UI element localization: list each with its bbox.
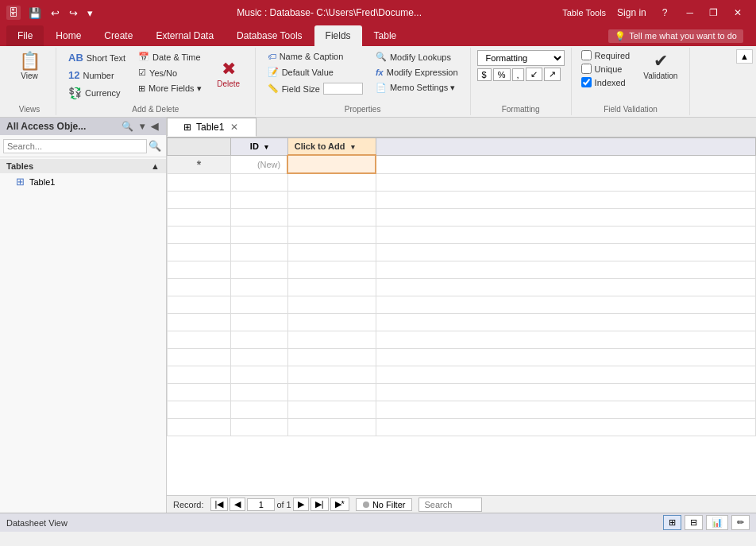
increase-decimal-button[interactable]: ↗ <box>544 68 561 81</box>
table1-tab-close[interactable]: ✕ <box>229 122 240 133</box>
datasheet-view-button[interactable]: ⊞ <box>663 515 681 530</box>
unique-checkbox[interactable] <box>581 64 592 74</box>
decrease-decimal-button[interactable]: ↙ <box>526 68 542 81</box>
datasheet-view-label: Datasheet View <box>6 518 68 528</box>
tab-create[interactable]: Create <box>93 25 144 46</box>
e35 <box>287 313 376 331</box>
design-view-button[interactable]: ✏ <box>731 515 750 530</box>
ribbon-group-field-validation: Required Unique Indexed ✔ Validation Fie… <box>572 48 691 115</box>
e13 <box>168 226 231 243</box>
save-button[interactable]: 💾 <box>25 6 44 21</box>
first-record-button[interactable]: |◀ <box>210 498 229 511</box>
tables-section-header[interactable]: Tables ▲ <box>0 159 166 173</box>
e17 <box>168 243 231 261</box>
sidebar-header: All Access Obje... 🔍 ▾ ◀ <box>0 118 166 135</box>
prev-record-button[interactable]: ◀ <box>230 498 245 511</box>
calendar-icon: 📅 <box>138 52 149 62</box>
datetime-col: 📅 Date & Time ☑ Yes/No ⊞ More Fields ▾ <box>133 49 207 96</box>
e9 <box>168 208 231 226</box>
sidebar-pin-icon[interactable]: ◀ <box>149 121 160 132</box>
pivot-table-button[interactable]: ⊟ <box>685 515 703 530</box>
formatting-dropdown[interactable]: Formatting <box>477 50 565 66</box>
empty-row-2 <box>168 191 756 208</box>
modify-expression-button[interactable]: fx Modify Expression <box>370 65 464 79</box>
sidebar-menu-icon[interactable]: ▾ <box>138 121 146 132</box>
views-content: 📋 View <box>10 49 49 103</box>
close-button[interactable]: ✕ <box>726 0 750 25</box>
main-tabs: File Home Create External Data Database … <box>6 25 602 46</box>
required-checkbox-label[interactable]: Required <box>578 49 634 61</box>
more-fields-button[interactable]: ⊞ More Fields ▾ <box>133 81 207 96</box>
sidebar-item-table1[interactable]: ⊞ Table1 <box>0 173 166 190</box>
undo-button[interactable]: ↩ <box>48 6 63 21</box>
new-value-cell[interactable] <box>287 155 376 173</box>
number-icon: 12 <box>68 69 79 81</box>
tab-table[interactable]: Table <box>363 25 408 46</box>
minimize-button[interactable]: ─ <box>678 0 701 25</box>
tab-file[interactable]: File <box>6 25 44 46</box>
id-column-header[interactable]: ID ▾ <box>231 138 288 156</box>
help-button[interactable]: ? <box>658 6 673 20</box>
window-title: Music : Database- C:\Users\Fred\Docume..… <box>99 7 559 18</box>
number-button[interactable]: 12 Number <box>63 67 131 83</box>
app-icon: 🗄 <box>6 6 21 20</box>
field-size-row: 📏 Field Size <box>262 80 368 97</box>
sidebar-search-input[interactable] <box>3 139 147 153</box>
e55 <box>287 401 376 418</box>
field-size-input[interactable] <box>323 83 363 95</box>
sidebar-header-icons: 🔍 ▾ ◀ <box>120 121 160 132</box>
currency-button[interactable]: 💱 Currency <box>63 84 131 102</box>
checkbox-group: Required Unique Indexed <box>578 49 634 88</box>
table-grid-icon: ⊞ <box>16 176 25 188</box>
ribbon-collapse-btn[interactable]: ▲ <box>736 49 753 64</box>
view-button[interactable]: 📋 View <box>10 49 49 83</box>
unique-checkbox-label[interactable]: Unique <box>578 63 634 75</box>
data-table: ID ▾ Click to Add ▾ * (New) <box>167 137 756 436</box>
table1-tab[interactable]: ⊞ Table1 ✕ <box>167 118 256 137</box>
delete-button[interactable]: ✖ Delete <box>209 57 249 91</box>
indexed-checkbox-label[interactable]: Indexed <box>578 76 634 88</box>
modify-lookups-button[interactable]: 🔍 Modify Lookups <box>370 49 464 64</box>
collapse-ribbon-button[interactable]: ▲ <box>736 49 753 64</box>
yes-no-button[interactable]: ☑ Yes/No <box>133 65 207 80</box>
empty-row-7 <box>168 278 756 296</box>
props-col2: 🔍 Modify Lookups fx Modify Expression 📄 … <box>370 49 464 95</box>
tab-external-data[interactable]: External Data <box>145 25 225 46</box>
short-text-button[interactable]: AB Short Text <box>63 49 131 66</box>
redo-button[interactable]: ↪ <box>66 6 81 21</box>
date-time-button[interactable]: 📅 Date & Time <box>133 49 207 64</box>
currency-format-button[interactable]: $ <box>477 68 492 81</box>
new-record-button[interactable]: ▶* <box>330 498 349 511</box>
name-caption-button[interactable]: 🏷 Name & Caption <box>262 49 368 64</box>
empty-row-9 <box>168 313 756 331</box>
indexed-checkbox[interactable] <box>581 77 592 87</box>
click-to-add-dropdown[interactable]: ▾ <box>351 143 355 151</box>
default-value-button[interactable]: 📝 Default Value <box>262 64 368 79</box>
e20 <box>376 243 755 261</box>
ribbon-body: 📋 View Views AB Short Text 12 Number 💱 C… <box>0 46 756 118</box>
memo-settings-button[interactable]: 📄 Memo Settings ▾ <box>370 80 464 95</box>
sign-in-button[interactable]: Sign in <box>612 6 651 20</box>
current-record-input[interactable] <box>247 498 275 511</box>
restore-button[interactable]: ❐ <box>701 0 726 25</box>
pivot-chart-button[interactable]: 📊 <box>706 515 728 530</box>
percent-format-button[interactable]: % <box>493 68 511 81</box>
e2 <box>231 173 288 191</box>
sidebar-search-icon[interactable]: 🔍 <box>120 121 135 132</box>
sidebar: All Access Obje... 🔍 ▾ ◀ 🔍 Tables ▲ ⊞ Ta… <box>0 118 167 513</box>
required-checkbox[interactable] <box>581 50 592 60</box>
validation-button[interactable]: ✔ Validation <box>638 49 683 83</box>
comma-format-button[interactable]: , <box>512 68 524 81</box>
quick-access-more[interactable]: ▾ <box>84 6 96 21</box>
tell-me-box[interactable]: 💡 Tell me what you want to do <box>608 29 743 43</box>
tab-database-tools[interactable]: Database Tools <box>226 25 314 46</box>
no-filter-button[interactable]: No Filter <box>356 498 413 511</box>
tab-home[interactable]: Home <box>44 25 92 46</box>
id-dropdown-icon[interactable]: ▾ <box>264 143 268 151</box>
search-input[interactable] <box>418 498 482 512</box>
click-to-add-header[interactable]: Click to Add ▾ <box>287 138 376 156</box>
next-record-button[interactable]: ▶ <box>293 498 309 511</box>
last-record-button[interactable]: ▶| <box>310 498 329 511</box>
add-delete-content: AB Short Text 12 Number 💱 Currency 📅 Dat… <box>63 49 249 103</box>
tab-fields[interactable]: Fields <box>314 25 362 46</box>
